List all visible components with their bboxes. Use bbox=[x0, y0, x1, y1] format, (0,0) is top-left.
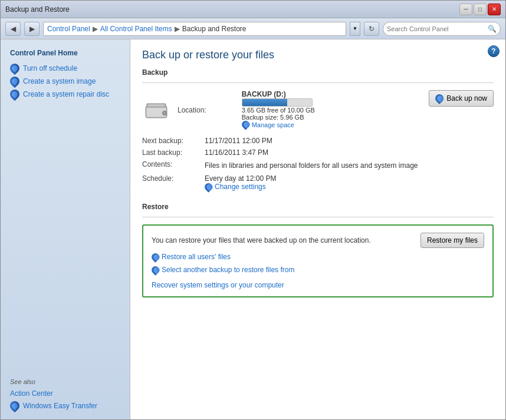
drive-name: BACKUP (D:) bbox=[242, 90, 315, 98]
see-also-label: See also bbox=[1, 373, 130, 388]
backup-size-text: Backup size: 5.96 GB bbox=[242, 114, 315, 121]
restore-top-row: You can restore your files that were bac… bbox=[152, 233, 484, 248]
backup-info-section: Next backup: 11/17/2011 12:00 PM Last ba… bbox=[142, 137, 494, 191]
storage-progress-fill bbox=[242, 99, 288, 106]
content-area: ? Back up or restore your files Backup bbox=[130, 39, 505, 419]
manage-space-link[interactable]: Manage space bbox=[242, 121, 315, 128]
location-details: Location: BACKUP (D:) 3.65 GB free of 10… bbox=[178, 90, 422, 128]
page-title: Back up or restore your files bbox=[142, 49, 494, 61]
last-backup-value: 11/16/2011 3:47 PM bbox=[205, 148, 494, 157]
sidebar-label-create-system-image: Create a system image bbox=[23, 77, 96, 85]
breadcrumb-dropdown[interactable]: ▼ bbox=[350, 22, 360, 36]
change-settings-link[interactable]: Change settings bbox=[205, 183, 494, 191]
back-button[interactable]: ◀ bbox=[5, 22, 21, 36]
location-label: Location: bbox=[178, 105, 206, 114]
sidebar-label-turn-off-schedule: Turn off schedule bbox=[23, 64, 77, 72]
sidebar-item-turn-off-schedule[interactable]: Turn off schedule bbox=[1, 62, 130, 75]
breadcrumb-control-panel[interactable]: Control Panel bbox=[47, 25, 90, 33]
shield-icon-manage bbox=[240, 119, 251, 130]
window-title: Backup and Restore bbox=[5, 5, 70, 14]
addressbar: ◀ ▶ Control Panel ▶ All Control Panel It… bbox=[1, 18, 505, 39]
maximize-button[interactable]: □ bbox=[474, 4, 487, 15]
sidebar: Control Panel Home Turn off schedule Cre… bbox=[1, 39, 130, 419]
titlebar: Backup and Restore ─ □ ✕ bbox=[1, 1, 505, 18]
breadcrumb-all-items[interactable]: All Control Panel Items bbox=[100, 25, 172, 33]
breadcrumb: Control Panel ▶ All Control Panel Items … bbox=[43, 22, 346, 36]
free-space-text: 3.65 GB free of 10.00 GB bbox=[242, 107, 315, 114]
restore-section: Restore You can restore your files that … bbox=[142, 203, 494, 297]
contents-label: Contents: bbox=[142, 160, 201, 171]
shield-icon-4 bbox=[8, 399, 22, 413]
schedule-label: Schedule: bbox=[142, 174, 201, 191]
shield-icon-restore-all bbox=[150, 252, 160, 262]
restore-all-users-link[interactable]: Restore all users' files bbox=[152, 253, 484, 261]
help-button[interactable]: ? bbox=[488, 45, 500, 57]
search-icon[interactable]: 🔍 bbox=[488, 25, 497, 33]
search-input[interactable] bbox=[387, 25, 485, 32]
last-backup-label: Last backup: bbox=[142, 148, 201, 157]
restore-section-label: Restore bbox=[142, 203, 494, 211]
close-button[interactable]: ✕ bbox=[488, 4, 501, 15]
storage-progress-bar bbox=[242, 98, 313, 107]
schedule-value: Every day at 12:00 PM bbox=[205, 174, 494, 183]
backup-location-row: Location: BACKUP (D:) 3.65 GB free of 10… bbox=[142, 90, 494, 128]
sidebar-label-action-center: Action Center bbox=[10, 389, 53, 398]
next-backup-value: 11/17/2011 12:00 PM bbox=[205, 137, 494, 145]
backup-divider bbox=[142, 82, 494, 83]
sidebar-item-action-center[interactable]: Action Center bbox=[1, 388, 130, 399]
sidebar-label-create-repair-disc: Create a system repair disc bbox=[23, 90, 109, 98]
shield-icon-select-backup bbox=[150, 264, 160, 275]
sidebar-item-create-repair-disc[interactable]: Create a system repair disc bbox=[1, 88, 130, 101]
restore-description: You can restore your files that were bac… bbox=[152, 236, 371, 244]
restore-my-files-button[interactable]: Restore my files bbox=[420, 233, 484, 248]
main-area: Control Panel Home Turn off schedule Cre… bbox=[1, 39, 505, 419]
shield-icon-1 bbox=[8, 62, 22, 75]
next-backup-label: Next backup: bbox=[142, 137, 201, 145]
shield-icon-backup-now bbox=[433, 92, 445, 104]
forward-button[interactable]: ▶ bbox=[24, 22, 40, 36]
svg-point-3 bbox=[163, 112, 166, 114]
search-bar: 🔍 bbox=[383, 22, 501, 36]
schedule-value-col: Every day at 12:00 PM Change settings bbox=[205, 174, 494, 191]
restore-divider bbox=[142, 217, 494, 217]
svg-rect-5 bbox=[148, 104, 165, 107]
back-up-now-label: Back up now bbox=[446, 94, 487, 102]
breadcrumb-separator-2: ▶ bbox=[175, 25, 180, 33]
sidebar-item-create-system-image[interactable]: Create a system image bbox=[1, 75, 130, 88]
titlebar-controls: ─ □ ✕ bbox=[459, 4, 501, 15]
sidebar-item-windows-easy-transfer[interactable]: Windows Easy Transfer bbox=[1, 399, 130, 412]
contents-value: Files in libraries and personal folders … bbox=[205, 160, 494, 171]
sidebar-label-windows-easy-transfer: Windows Easy Transfer bbox=[23, 402, 97, 410]
backup-section-label: Backup bbox=[142, 68, 494, 77]
back-up-now-button[interactable]: Back up now bbox=[429, 90, 494, 107]
shield-icon-settings bbox=[203, 181, 213, 192]
breadcrumb-separator-1: ▶ bbox=[93, 25, 98, 33]
minimize-button[interactable]: ─ bbox=[459, 4, 472, 15]
recover-system-link[interactable]: Recover system settings or your computer bbox=[152, 281, 484, 289]
main-window: Backup and Restore ─ □ ✕ ◀ ▶ Control Pan… bbox=[0, 0, 506, 420]
select-backup-link[interactable]: Select another backup to restore files f… bbox=[152, 266, 484, 274]
sidebar-home-link[interactable]: Control Panel Home bbox=[1, 47, 130, 62]
shield-icon-2 bbox=[8, 75, 22, 88]
restore-box: You can restore your files that were bac… bbox=[142, 224, 494, 297]
refresh-button[interactable]: ↻ bbox=[364, 22, 379, 36]
drive-icon bbox=[142, 95, 170, 124]
shield-icon-3 bbox=[8, 88, 22, 101]
breadcrumb-current: Backup and Restore bbox=[182, 25, 247, 33]
